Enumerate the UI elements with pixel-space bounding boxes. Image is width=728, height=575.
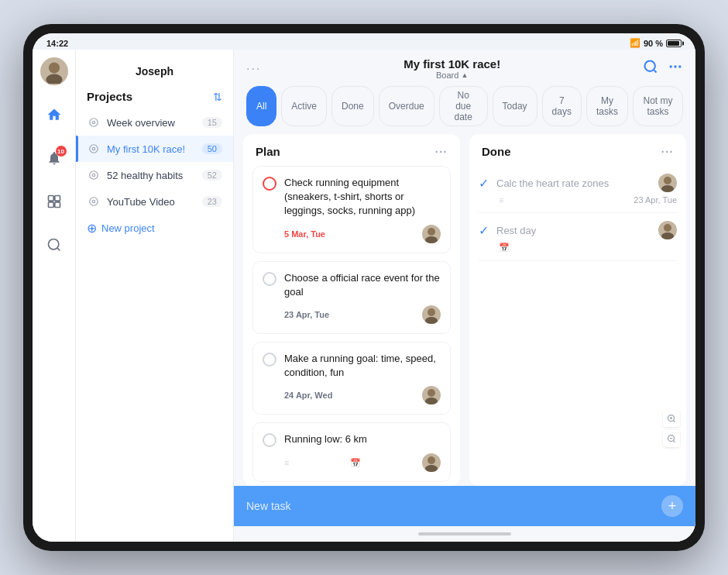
svg-point-11	[92, 147, 95, 150]
done-task-row: ✓ Rest day	[479, 221, 677, 239]
new-project-plus-icon: ⊕	[87, 221, 97, 236]
tablet-screen: 14:22 📶 90 %	[33, 33, 695, 542]
project-name-youtube: YouTube Video	[107, 196, 196, 208]
task-checkbox[interactable]	[263, 353, 276, 367]
done-column-more[interactable]: ···	[661, 146, 674, 158]
task-title: Make a running goal: time, speed, condit…	[284, 352, 441, 380]
task-card-plan-1[interactable]: Check running equipment (sneakers, t-shi…	[252, 166, 451, 253]
sidebar-item-week-overview[interactable]: Week overview 15	[76, 109, 233, 136]
task-avatar	[422, 453, 441, 472]
svg-point-10	[90, 145, 98, 153]
svg-point-12	[90, 171, 98, 180]
new-task-placeholder[interactable]: New task	[246, 500, 291, 512]
done-date: 23 Apr, Tue	[634, 195, 677, 205]
sidebar-item-healthy-habits[interactable]: 52 healthy habits 52	[76, 162, 233, 188]
svg-point-14	[90, 198, 98, 206]
task-checkbox[interactable]	[263, 433, 276, 447]
add-task-button[interactable]: +	[661, 495, 683, 517]
top-bar: ··· My first 10K race! Board ▲	[234, 50, 695, 86]
svg-point-8	[90, 119, 98, 127]
status-bar: 14:22 📶 90 %	[33, 33, 695, 50]
svg-point-9	[92, 121, 95, 124]
task-card-plan-4[interactable]: Running low: 6 km ≡📅	[252, 422, 451, 482]
task-top: Choose a official race event for the goa…	[263, 271, 441, 299]
filter-tab-today[interactable]: Today	[493, 86, 537, 126]
battery-icon	[666, 40, 682, 47]
done-check-icon: ✓	[479, 176, 489, 191]
task-date: 24 Apr, Wed	[284, 391, 332, 400]
sidebar-item-youtube[interactable]: YouTube Video 23	[76, 188, 233, 215]
project-list: Week overview 15 My first 10K race! 50 5…	[76, 109, 233, 215]
plan-tasks-list: Check running equipment (sneakers, t-shi…	[243, 166, 460, 486]
home-bar	[234, 526, 695, 542]
svg-point-15	[92, 200, 95, 203]
plan-column-title: Plan	[256, 145, 280, 158]
filter-tab-active[interactable]: Active	[281, 86, 327, 126]
zoom-out-button[interactable]	[663, 430, 680, 447]
svg-point-25	[428, 389, 435, 397]
task-card-done-2[interactable]: ✓ Rest day 📅	[479, 213, 677, 261]
svg-point-13	[92, 174, 95, 177]
svg-point-26	[425, 398, 438, 405]
filter-tab-done[interactable]: Done	[331, 86, 374, 126]
top-bar-actions	[643, 59, 683, 78]
task-footer: 24 Apr, Wed	[263, 386, 441, 405]
task-footer: ≡📅	[263, 453, 441, 472]
home-nav-icon[interactable]	[40, 101, 68, 129]
done-footer: 📅	[479, 243, 677, 253]
plan-column-more[interactable]: ···	[435, 146, 448, 158]
task-avatar	[422, 386, 441, 405]
svg-point-31	[664, 224, 671, 232]
filter-tab-7-days[interactable]: 7 days	[542, 86, 582, 126]
time-display: 14:22	[46, 39, 68, 48]
sidebar: 10	[33, 50, 234, 542]
projects-header: Projects ⇅	[76, 90, 233, 109]
task-card-plan-2[interactable]: Choose a official race event for the goa…	[252, 261, 451, 334]
done-title: Rest day	[496, 225, 651, 236]
sidebar-icon-column: 10	[33, 50, 76, 542]
svg-line-7	[57, 248, 60, 251]
done-title: Calc the heart rate zones	[496, 177, 651, 189]
sidebar-item-first-10k[interactable]: My first 10K race! 50	[76, 136, 233, 162]
filter-tab-my-tasks[interactable]: My tasks	[586, 86, 628, 126]
done-footer: ≡23 Apr, Tue	[479, 195, 677, 205]
done-column-title: Done	[482, 145, 511, 158]
task-checkbox[interactable]	[263, 177, 276, 191]
svg-point-1	[46, 74, 62, 84]
task-checkbox[interactable]	[263, 272, 276, 286]
battery-text: 90 %	[644, 39, 663, 48]
project-count-first-10k: 50	[202, 143, 222, 154]
svg-line-38	[673, 440, 675, 442]
zoom-in-button[interactable]	[663, 410, 680, 427]
add-nav-icon[interactable]	[40, 188, 68, 215]
filter-tab-not-my-tasks[interactable]: Not my tasks	[633, 86, 683, 126]
projects-title: Projects	[87, 90, 132, 103]
filter-tab-all[interactable]: All	[246, 86, 276, 126]
svg-point-21	[428, 228, 435, 236]
sort-icon[interactable]: ⇅	[213, 91, 222, 103]
svg-point-30	[661, 185, 674, 192]
calendar-icon: 📅	[350, 458, 361, 468]
new-project-btn[interactable]: ⊕ New project	[76, 215, 233, 242]
home-indicator	[418, 532, 511, 535]
task-top: Running low: 6 km	[263, 432, 441, 447]
new-project-label: New project	[101, 222, 155, 234]
search-nav-icon[interactable]	[40, 231, 68, 259]
done-column-header: Done ···	[469, 134, 686, 166]
avatar[interactable]	[40, 57, 68, 85]
search-button[interactable]	[643, 59, 658, 78]
done-column: Done ··· ✓ Calc the heart rate zones ≡23…	[469, 134, 686, 486]
svg-point-23	[428, 308, 435, 316]
filter-tab-overdue[interactable]: Overdue	[379, 86, 434, 126]
project-count-youtube: 23	[202, 196, 222, 207]
filter-tab-no-due-date[interactable]: No due date	[439, 86, 488, 126]
sidebar-content: Joseph Projects ⇅ Week overview 15	[76, 50, 233, 542]
svg-line-34	[673, 420, 675, 422]
more-options-button[interactable]	[668, 59, 683, 78]
task-card-plan-3[interactable]: Make a running goal: time, speed, condit…	[252, 342, 451, 415]
task-top: Make a running goal: time, speed, condit…	[263, 352, 441, 380]
project-icon-healthy-habits	[87, 168, 101, 182]
task-title: Running low: 6 km	[284, 432, 441, 446]
notifications-nav-icon[interactable]: 10	[40, 144, 68, 172]
task-card-done-1[interactable]: ✓ Calc the heart rate zones ≡23 Apr, Tue	[479, 166, 677, 213]
